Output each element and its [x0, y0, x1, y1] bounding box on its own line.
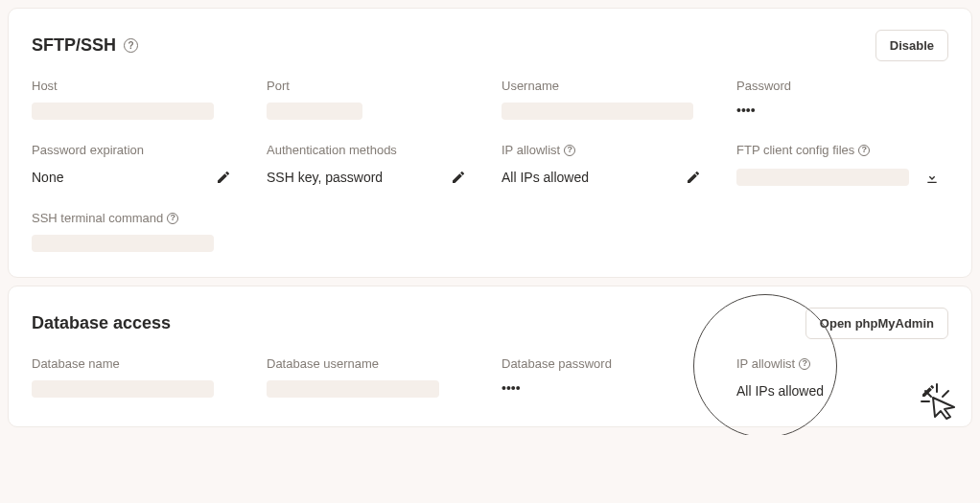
pencil-icon — [921, 383, 936, 399]
edit-ip-allowlist-button[interactable] — [683, 167, 704, 188]
auth-methods-value: SSH key, password — [267, 170, 383, 185]
username-field: Username — [502, 79, 713, 120]
ip-allowlist-value: All IPs allowed — [502, 170, 589, 185]
pw-expiration-field: Password expiration None — [32, 143, 244, 188]
db-username-field: Database username — [267, 356, 478, 401]
host-value — [32, 103, 214, 120]
db-ip-allowlist-label: IP allowlist ? — [736, 356, 948, 371]
db-ip-allowlist-label-text: IP allowlist — [736, 356, 795, 371]
database-card: Database access Open phpMyAdmin Database… — [8, 286, 972, 427]
pencil-icon — [216, 170, 231, 185]
port-value — [267, 103, 362, 120]
port-field: Port — [267, 79, 478, 120]
database-title: Database access — [32, 313, 171, 333]
ssh-terminal-value — [32, 235, 214, 252]
database-header: Database access Open phpMyAdmin — [32, 308, 948, 339]
password-field: Password •••• — [736, 79, 948, 120]
db-password-field: Database password •••• — [502, 356, 713, 401]
ftp-client-value — [736, 169, 909, 186]
edit-db-ip-allowlist-button[interactable] — [918, 380, 939, 401]
username-label: Username — [502, 79, 713, 93]
pw-expiration-label: Password expiration — [32, 143, 244, 157]
help-icon[interactable]: ? — [564, 145, 575, 156]
sftp-card: SFTP/SSH ? Disable Host Port Username Pa… — [8, 8, 972, 278]
help-icon[interactable]: ? — [124, 38, 138, 53]
sftp-title-wrap: SFTP/SSH ? — [32, 35, 138, 56]
download-ftp-config-button[interactable] — [922, 167, 943, 188]
sftp-grid: Host Port Username Password •••• Passwor… — [32, 79, 948, 252]
ip-allowlist-field: IP allowlist ? All IPs allowed — [502, 143, 713, 188]
open-phpmyadmin-button[interactable]: Open phpMyAdmin — [805, 308, 948, 339]
ip-allowlist-label: IP allowlist ? — [502, 143, 713, 157]
download-icon — [924, 170, 940, 185]
username-value — [502, 103, 693, 120]
sftp-header: SFTP/SSH ? Disable — [32, 30, 948, 61]
auth-methods-field: Authentication methods SSH key, password — [267, 143, 478, 188]
db-ip-allowlist-value: All IPs allowed — [736, 383, 824, 399]
db-username-label: Database username — [267, 356, 478, 371]
edit-auth-methods-button[interactable] — [448, 167, 469, 188]
db-ip-allowlist-field: IP allowlist ? All IPs allowed — [736, 356, 948, 401]
ssh-terminal-label-text: SSH terminal command — [32, 211, 163, 225]
ftp-client-label-text: FTP client config files — [736, 143, 854, 157]
db-password-value: •••• — [502, 380, 713, 396]
help-icon[interactable]: ? — [167, 213, 178, 224]
help-icon[interactable]: ? — [858, 145, 870, 156]
ip-allowlist-label-text: IP allowlist — [502, 143, 560, 157]
ssh-terminal-label: SSH terminal command ? — [32, 211, 244, 225]
db-name-label: Database name — [32, 356, 244, 371]
sftp-title: SFTP/SSH — [32, 35, 116, 56]
password-label: Password — [736, 79, 948, 93]
pencil-icon — [686, 170, 701, 185]
db-password-label: Database password — [502, 356, 713, 371]
auth-methods-label: Authentication methods — [267, 143, 478, 157]
edit-pw-expiration-button[interactable] — [213, 167, 234, 188]
pw-expiration-value: None — [32, 170, 63, 185]
ftp-client-label: FTP client config files ? — [736, 143, 948, 157]
disable-button[interactable]: Disable — [875, 30, 948, 61]
password-value: •••• — [736, 103, 948, 118]
database-grid: Database name Database username Database… — [32, 356, 948, 401]
host-field: Host — [32, 79, 244, 120]
help-icon[interactable]: ? — [799, 358, 810, 370]
pencil-icon — [451, 170, 466, 185]
host-label: Host — [32, 79, 244, 93]
db-username-value — [267, 380, 439, 398]
port-label: Port — [267, 79, 478, 93]
ssh-terminal-field: SSH terminal command ? — [32, 211, 244, 252]
ftp-client-field: FTP client config files ? — [736, 143, 948, 188]
db-name-field: Database name — [32, 356, 244, 401]
db-name-value — [32, 380, 214, 398]
